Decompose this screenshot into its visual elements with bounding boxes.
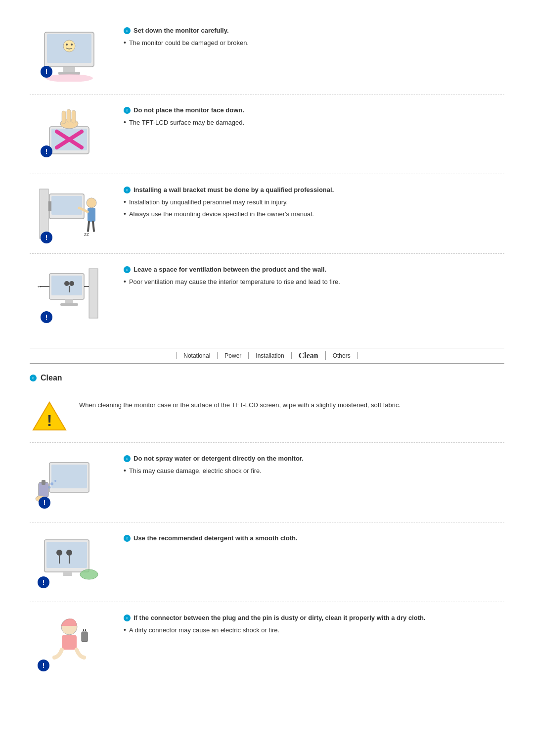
svg-line-27 [88,222,89,231]
section-item-detergent: ! ○ Use the recommended detergent with a… [30,522,504,602]
svg-point-64 [80,569,98,579]
caution-icon-connector: ○ [124,614,131,621]
nav-item-notational[interactable]: Notational [176,352,218,359]
title-no-face-down: ○ Do not place the monitor face down. [124,106,504,114]
bullets-wall-bracket: Installation by unqualified personnel ma… [124,197,504,219]
svg-rect-17 [72,110,76,123]
svg-rect-20 [40,189,48,238]
svg-point-59 [56,550,62,556]
svg-rect-2 [63,67,75,72]
bullet-wall-bracket-1: Always use the mounting device specified… [124,209,504,219]
svg-rect-58 [46,542,87,568]
svg-rect-15 [62,111,66,124]
svg-point-53 [48,486,51,489]
svg-rect-25 [88,208,95,222]
clean-heading-label: Clean [41,374,62,382]
bullets-connector: A dirty connector may cause an electric … [124,625,504,635]
section-item-wall-bracket: zz ! ○ Installing a wall bracket must be… [30,174,504,254]
nav-item-installation[interactable]: Installation [249,352,291,359]
title-detergent: ○ Use the recommended detergent with a s… [124,534,504,542]
svg-text:!: ! [47,412,52,429]
illustration-connector: ! [30,612,109,671]
svg-text:!: ! [43,578,45,586]
bullet-ventilation-0: Poor ventilation may cause the interior … [124,277,504,287]
svg-text:!: ! [45,147,48,155]
section-item-connector: ! ○ If the connector between the plug an… [30,602,504,681]
svg-point-51 [50,482,53,485]
svg-rect-35 [65,299,73,303]
svg-text:!: ! [45,313,48,321]
illustration-detergent: ! [30,532,109,592]
svg-point-5 [66,44,68,46]
section-item-set-down: ! ○ Set down the monitor carefully. The … [30,15,504,94]
svg-point-4 [63,40,75,52]
content-detergent: ○ Use the recommended detergent with a s… [124,532,504,546]
clean-heading-icon: ○ [30,375,37,381]
clean-warning-box: ! When cleaning the monitor case or the … [30,390,504,443]
title-ventilation: ○ Leave a space for ventilation between … [124,266,504,273]
illustration-set-down: ! [30,25,109,84]
content-no-face-down: ○ Do not place the monitor face down. Th… [124,104,504,130]
nav-bar: Notational Power Installation Clean Othe… [30,348,504,364]
bullets-set-down: The monitor could be damaged or broken. [124,38,504,48]
clean-warning-text: When cleaning the monitor case or the su… [79,400,400,411]
caution-icon-detergent: ○ [124,535,131,542]
svg-text:!: ! [43,662,45,669]
warning-triangle-icon: ! [32,400,67,432]
content-set-down: ○ Set down the monitor carefully. The mo… [124,25,504,50]
caution-icon-set-down: ○ [124,27,131,34]
bullet-connector-0: A dirty connector may cause an electric … [124,625,504,635]
bullet-no-face-down-0: The TFT-LCD surface may be damaged. [124,118,504,128]
svg-text:↔: ↔ [37,283,43,290]
svg-rect-68 [62,635,77,650]
section-item-no-face-down: ! ○ Do not place the monitor face down. … [30,94,504,174]
nav-item-clean[interactable]: Clean [292,351,326,360]
svg-line-28 [93,222,94,231]
svg-point-6 [71,44,73,46]
illustration-wall-bracket: zz ! [30,184,109,243]
svg-point-24 [87,198,96,208]
svg-rect-50 [42,480,45,485]
nav-item-others[interactable]: Others [326,352,358,359]
svg-rect-32 [89,269,98,318]
content-wall-bracket: ○ Installing a wall bracket must be done… [124,184,504,221]
bullets-ventilation: Poor ventilation may cause the interior … [124,277,504,287]
svg-rect-22 [51,196,82,215]
bullet-no-spray-0: This may cause damage, electric shock or… [124,466,504,476]
caution-icon-wall-bracket: ○ [124,187,131,193]
svg-point-38 [69,281,74,286]
svg-rect-16 [67,109,71,122]
caution-icon-no-spray: ○ [124,455,131,462]
content-connector: ○ If the connector between the plug and … [124,612,504,637]
svg-point-52 [54,480,56,482]
bullets-no-face-down: The TFT-LCD surface may be damaged. [124,118,504,128]
svg-rect-69 [82,632,88,642]
svg-point-7 [45,74,93,82]
title-connector: ○ If the connector between the plug and … [124,614,504,621]
top-section: ! ○ Set down the monitor carefully. The … [30,15,504,333]
nav-item-power[interactable]: Power [218,352,249,359]
svg-point-37 [64,281,69,286]
svg-text:!: ! [44,499,46,507]
svg-text:zz: zz [84,232,89,237]
title-set-down: ○ Set down the monitor carefully. [124,27,504,34]
section-item-ventilation: ↔ ! ○ Leave a space for ventilation betw… [30,254,504,333]
title-no-spray: ○ Do not spray water or detergent direct… [124,455,504,462]
svg-rect-23 [48,201,51,211]
svg-rect-48 [51,465,87,488]
title-wall-bracket: ○ Installing a wall bracket must be done… [124,186,504,193]
illustration-ventilation: ↔ ! [30,264,109,323]
svg-rect-63 [63,572,72,576]
clean-section-heading: ○ Clean [30,374,504,382]
illustration-no-spray: ! [30,453,109,512]
content-no-spray: ○ Do not spray water or detergent direct… [124,453,504,478]
svg-text:!: ! [45,234,48,241]
svg-rect-36 [60,303,78,306]
caution-icon-ventilation: ○ [124,266,131,273]
content-ventilation: ○ Leave a space for ventilation between … [124,264,504,289]
clean-items-section: ! ○ Do not spray water or detergent dire… [30,443,504,681]
svg-text:!: ! [45,68,48,76]
bullets-no-spray: This may cause damage, electric shock or… [124,466,504,476]
illustration-no-face-down: ! [30,104,109,164]
svg-point-60 [66,550,72,556]
